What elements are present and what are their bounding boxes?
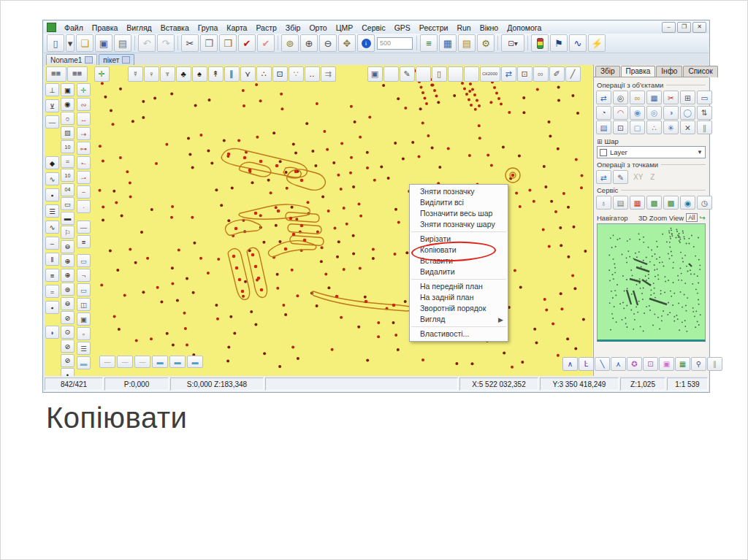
draw-rect-button[interactable]: ⊡	[643, 357, 658, 371]
zoom-window-button[interactable]: ⊚	[281, 34, 299, 52]
edge-tool-8-button[interactable]: ∙	[77, 200, 91, 213]
accept-check-button[interactable]: ✔	[238, 34, 256, 52]
rect-tool-5-button[interactable]: ▣	[77, 312, 91, 326]
object-window-button[interactable]: ▤	[596, 120, 611, 134]
menu-item-3[interactable]: Вставка	[156, 23, 194, 32]
draw-vertex-button[interactable]: ⋏	[611, 357, 626, 371]
symbol-twodots-button[interactable]: ‥	[305, 66, 320, 82]
circle-slash2-button[interactable]: ⊘	[61, 340, 75, 353]
gears-button[interactable]: ⚙	[477, 34, 495, 52]
menu-item-9[interactable]: ЦМР	[332, 23, 358, 32]
symbol-square-dot-button[interactable]: ⊡	[272, 66, 288, 82]
grid-colors-button[interactable]: ▦	[675, 357, 690, 371]
object-frame-button[interactable]: ⊞	[680, 91, 695, 104]
layer-checkbox[interactable]	[600, 149, 607, 156]
close-button[interactable]: ✕	[692, 22, 706, 33]
draw-cluster-button[interactable]: ✪	[627, 357, 642, 371]
symbol-palette-2-button[interactable]: ▦▦	[67, 66, 88, 82]
cut-button[interactable]: ✂	[181, 34, 199, 52]
point-style-square-button[interactable]: ▣	[61, 83, 75, 96]
rect-tool-6-button[interactable]: ▫	[77, 327, 91, 340]
flag-button[interactable]: ⚑	[550, 34, 568, 52]
object-outline-button[interactable]: ◯	[680, 106, 695, 120]
object-inner-button[interactable]: ⊡	[613, 120, 628, 134]
circle-minus-button[interactable]: ⊖	[61, 240, 75, 253]
point-style-rect-button[interactable]: ▭	[61, 197, 75, 210]
linestyle-dot-button[interactable]: —	[134, 356, 150, 368]
context-item-1[interactable]: Виділити всі	[410, 197, 508, 208]
style-thick-button[interactable]: ▪	[45, 188, 59, 202]
symbol-sprout-button[interactable]: ♆	[160, 66, 175, 82]
draw-polyline-button[interactable]: ∧	[562, 357, 578, 371]
add-point-button[interactable]: ✛	[77, 83, 91, 96]
open-button[interactable]: ❏	[76, 34, 94, 52]
symbol-hook-button[interactable]: ☿	[128, 66, 143, 82]
context-item-13[interactable]: Вигляд▶	[410, 314, 508, 325]
map-canvas[interactable]: ▦▦▦▦✛☿♀♆♣♠↟∥⋎∴⊡∵‥⇉▣✎▯СК2000⇄⊡∞✐╱ ⊥⊻—◆∿▪☰…	[45, 65, 592, 376]
object-knot-button[interactable]: ✳	[663, 120, 679, 134]
service-cabinet-button[interactable]: ▤	[613, 196, 628, 210]
symbol-dots2-button[interactable]: ∵	[289, 66, 304, 82]
object-hatch-button[interactable]: ∥	[697, 120, 712, 134]
symbol-check-button[interactable]: ⋎	[240, 66, 256, 82]
edge-tool-6-button[interactable]: –•	[77, 171, 91, 184]
context-item-6[interactable]: Копіювати	[410, 245, 508, 256]
symbol-tree-button[interactable]: ♣	[176, 66, 191, 82]
point-style-circle-button[interactable]: ○	[61, 112, 75, 125]
linestyle-dash-button[interactable]: —	[117, 356, 133, 368]
new-document-button[interactable]: ▯	[47, 34, 64, 52]
tab-Інфо[interactable]: Інфо	[656, 66, 682, 77]
zoom-out-button[interactable]: ⊖	[319, 34, 337, 52]
context-item-5[interactable]: Вирізати	[410, 234, 508, 245]
navigator-preview[interactable]	[597, 223, 706, 342]
object-arc-button[interactable]: ◠	[613, 106, 628, 120]
zoom-in-button[interactable]: ⊕	[300, 34, 318, 52]
style-diamond-button[interactable]: ◆	[45, 156, 59, 169]
rect-tool-7-button[interactable]: ☰	[77, 342, 91, 355]
points-edit-button[interactable]: ✎	[613, 170, 628, 184]
symbol-mast-button[interactable]: ↟	[208, 66, 224, 82]
style-wave-button[interactable]: ∿	[45, 220, 59, 234]
line-double-button[interactable]: ≡	[77, 235, 91, 248]
style-equal-button[interactable]: =	[45, 285, 59, 298]
add-symbol-button[interactable]: ✛	[94, 66, 110, 82]
point-style-target-button[interactable]: ◉	[61, 98, 75, 111]
context-item-15[interactable]: Властивості...	[410, 329, 508, 340]
blank-button-3[interactable]	[448, 66, 463, 82]
snap-line-button[interactable]: —	[45, 115, 59, 129]
context-item-7[interactable]: Вставити	[410, 256, 508, 266]
copy-button[interactable]: ❐	[200, 34, 218, 52]
measure-button[interactable]: ⚲	[691, 357, 706, 371]
object-swap-button[interactable]: ⇄	[596, 91, 611, 104]
context-item-10[interactable]: На передній план	[410, 281, 508, 292]
swap-button[interactable]: ⇄	[501, 66, 516, 82]
new-dropdown-arrow[interactable]: ▾	[66, 34, 75, 52]
context-item-12[interactable]: Зворотній порядок	[410, 303, 508, 314]
redo-button[interactable]: ↷	[157, 34, 175, 52]
tab-Збір[interactable]: Збір	[595, 66, 620, 77]
points-swap-button[interactable]: ⇄	[596, 170, 611, 184]
menu-item-1[interactable]: Правка	[88, 23, 122, 32]
navigator-refresh-icon[interactable]: ↪	[700, 214, 706, 222]
navigator-options[interactable]: 3D Zoom View	[638, 214, 684, 222]
snap-node-button[interactable]: ⊻	[45, 99, 59, 112]
style-squiggle-button[interactable]: ∿	[45, 172, 59, 185]
object-union-button[interactable]: ◉	[630, 106, 645, 120]
undo-button[interactable]: ↶	[138, 34, 156, 52]
point-style-hatch-button[interactable]: ▨	[61, 126, 75, 139]
symbol-conifer-button[interactable]: ♠	[192, 66, 207, 82]
layers-button[interactable]: ≡	[420, 34, 438, 52]
service-colors-button[interactable]: ▦	[630, 196, 645, 210]
menu-item-11[interactable]: GPS	[390, 23, 415, 32]
style-triple-button[interactable]: ≡	[45, 269, 59, 282]
point-style-04-button[interactable]: 04	[61, 183, 75, 196]
crs-button[interactable]: СК2000	[480, 66, 500, 82]
edge-tool-3-button[interactable]: ⇢	[77, 127, 91, 140]
point-style-10xyz-button[interactable]: 10	[61, 169, 75, 182]
circle-slash3-button[interactable]: ⊘	[61, 354, 75, 367]
style-multi-button[interactable]: ☰	[45, 204, 59, 218]
lasso-button[interactable]: ✐	[549, 66, 565, 82]
linestyle-solid-button[interactable]: —	[99, 356, 115, 368]
circle-grid-button[interactable]: ⊕	[61, 269, 75, 282]
context-item-0[interactable]: Зняти позначку	[410, 186, 508, 197]
